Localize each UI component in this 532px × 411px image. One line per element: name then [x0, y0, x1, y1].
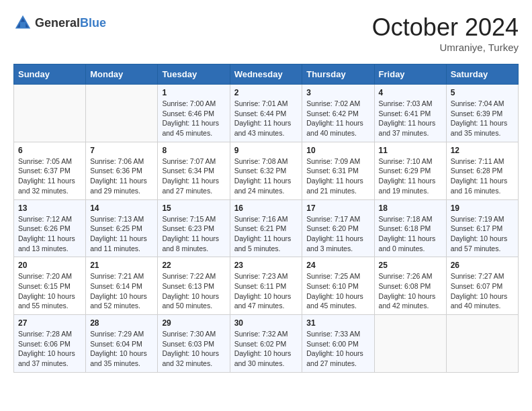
weekday-header: Thursday — [302, 64, 374, 85]
calendar-cell — [14, 85, 86, 142]
calendar-cell: 13Sunrise: 7:12 AMSunset: 6:26 PMDayligh… — [14, 199, 86, 257]
day-number: 29 — [162, 318, 225, 328]
calendar-cell: 9Sunrise: 7:08 AMSunset: 6:32 PMDaylight… — [230, 142, 302, 199]
day-info: Sunrise: 7:10 AMSunset: 6:29 PMDaylight:… — [379, 156, 442, 196]
day-number: 20 — [18, 261, 81, 270]
day-info: Sunrise: 7:19 AMSunset: 6:17 PMDaylight:… — [451, 214, 514, 254]
calendar-cell: 24Sunrise: 7:25 AMSunset: 6:10 PMDayligh… — [302, 257, 374, 315]
day-info: Sunrise: 7:29 AMSunset: 6:04 PMDaylight:… — [90, 329, 153, 369]
day-info: Sunrise: 7:26 AMSunset: 6:08 PMDaylight:… — [379, 271, 442, 311]
calendar-cell: 4Sunrise: 7:03 AMSunset: 6:41 PMDaylight… — [374, 85, 446, 142]
day-info: Sunrise: 7:30 AMSunset: 6:03 PMDaylight:… — [162, 329, 225, 369]
calendar-cell: 29Sunrise: 7:30 AMSunset: 6:03 PMDayligh… — [158, 315, 230, 373]
day-info: Sunrise: 7:16 AMSunset: 6:21 PMDaylight:… — [234, 214, 298, 254]
calendar-cell: 2Sunrise: 7:01 AMSunset: 6:44 PMDaylight… — [230, 85, 302, 142]
weekday-header: Friday — [374, 64, 446, 85]
day-number: 15 — [162, 203, 225, 213]
day-info: Sunrise: 7:22 AMSunset: 6:13 PMDaylight:… — [162, 271, 225, 311]
day-number: 10 — [306, 146, 369, 155]
day-info: Sunrise: 7:01 AMSunset: 6:44 PMDaylight:… — [234, 99, 298, 138]
day-number: 12 — [451, 146, 514, 155]
day-info: Sunrise: 7:15 AMSunset: 6:23 PMDaylight:… — [162, 214, 225, 254]
day-info: Sunrise: 7:32 AMSunset: 6:02 PMDaylight:… — [234, 329, 298, 369]
day-number: 17 — [306, 203, 369, 213]
calendar-cell — [86, 85, 158, 142]
calendar-cell: 31Sunrise: 7:33 AMSunset: 6:00 PMDayligh… — [302, 315, 374, 373]
weekday-header: Saturday — [446, 64, 518, 85]
day-info: Sunrise: 7:21 AMSunset: 6:14 PMDaylight:… — [90, 271, 153, 311]
calendar-cell: 30Sunrise: 7:32 AMSunset: 6:02 PMDayligh… — [230, 315, 302, 373]
day-number: 7 — [90, 146, 153, 155]
calendar-cell: 10Sunrise: 7:09 AMSunset: 6:31 PMDayligh… — [302, 142, 374, 199]
logo-general: General — [35, 16, 80, 30]
calendar-cell: 26Sunrise: 7:27 AMSunset: 6:07 PMDayligh… — [446, 257, 518, 315]
day-number: 25 — [379, 261, 442, 270]
day-number: 3 — [306, 88, 369, 97]
day-info: Sunrise: 7:25 AMSunset: 6:10 PMDaylight:… — [306, 271, 369, 311]
day-number: 24 — [306, 261, 369, 270]
calendar-cell: 5Sunrise: 7:04 AMSunset: 6:39 PMDaylight… — [446, 85, 518, 142]
calendar-cell: 14Sunrise: 7:13 AMSunset: 6:25 PMDayligh… — [86, 199, 158, 257]
day-info: Sunrise: 7:13 AMSunset: 6:25 PMDaylight:… — [90, 214, 153, 254]
day-number: 23 — [234, 261, 298, 270]
calendar-cell: 16Sunrise: 7:16 AMSunset: 6:21 PMDayligh… — [230, 199, 302, 257]
day-number: 14 — [90, 203, 153, 213]
calendar-cell: 15Sunrise: 7:15 AMSunset: 6:23 PMDayligh… — [158, 199, 230, 257]
day-number: 30 — [234, 318, 298, 328]
logo-blue: Blue — [80, 16, 106, 30]
weekday-header: Sunday — [14, 64, 86, 85]
day-number: 26 — [451, 261, 514, 270]
day-number: 6 — [18, 146, 81, 155]
calendar-cell: 23Sunrise: 7:23 AMSunset: 6:11 PMDayligh… — [230, 257, 302, 315]
day-info: Sunrise: 7:28 AMSunset: 6:06 PMDaylight:… — [18, 329, 81, 369]
calendar-week-row: 6Sunrise: 7:05 AMSunset: 6:37 PMDaylight… — [14, 142, 519, 199]
calendar-cell: 28Sunrise: 7:29 AMSunset: 6:04 PMDayligh… — [86, 315, 158, 373]
day-info: Sunrise: 7:17 AMSunset: 6:20 PMDaylight:… — [306, 214, 369, 254]
calendar-cell: 19Sunrise: 7:19 AMSunset: 6:17 PMDayligh… — [446, 199, 518, 257]
day-info: Sunrise: 7:18 AMSunset: 6:18 PMDaylight:… — [379, 214, 442, 254]
title-block: October 2024 Umraniye, Turkey — [372, 13, 519, 53]
calendar-cell: 12Sunrise: 7:11 AMSunset: 6:28 PMDayligh… — [446, 142, 518, 199]
day-info: Sunrise: 7:07 AMSunset: 6:34 PMDaylight:… — [162, 156, 225, 196]
logo-text: GeneralBlue — [35, 16, 106, 30]
day-number: 21 — [90, 261, 153, 270]
day-info: Sunrise: 7:33 AMSunset: 6:00 PMDaylight:… — [306, 329, 369, 369]
calendar-cell — [374, 315, 446, 373]
day-number: 2 — [234, 88, 298, 97]
calendar-cell: 17Sunrise: 7:17 AMSunset: 6:20 PMDayligh… — [302, 199, 374, 257]
day-info: Sunrise: 7:00 AMSunset: 6:46 PMDaylight:… — [162, 99, 225, 138]
day-info: Sunrise: 7:23 AMSunset: 6:11 PMDaylight:… — [234, 271, 298, 311]
calendar-cell: 7Sunrise: 7:06 AMSunset: 6:36 PMDaylight… — [86, 142, 158, 199]
logo: GeneralBlue — [13, 13, 106, 32]
calendar-cell: 3Sunrise: 7:02 AMSunset: 6:42 PMDaylight… — [302, 85, 374, 142]
location-title: Umraniye, Turkey — [372, 42, 519, 53]
calendar-week-row: 20Sunrise: 7:20 AMSunset: 6:15 PMDayligh… — [14, 257, 519, 315]
day-info: Sunrise: 7:27 AMSunset: 6:07 PMDaylight:… — [451, 271, 514, 311]
month-title: October 2024 — [372, 13, 519, 42]
calendar-cell — [446, 315, 518, 373]
calendar-week-row: 27Sunrise: 7:28 AMSunset: 6:06 PMDayligh… — [14, 315, 519, 373]
day-number: 11 — [379, 146, 442, 155]
calendar-cell: 6Sunrise: 7:05 AMSunset: 6:37 PMDaylight… — [14, 142, 86, 199]
day-info: Sunrise: 7:02 AMSunset: 6:42 PMDaylight:… — [306, 99, 369, 138]
day-number: 16 — [234, 203, 298, 213]
day-number: 27 — [18, 318, 81, 328]
page-header: GeneralBlue October 2024 Umraniye, Turke… — [13, 13, 519, 53]
day-number: 9 — [234, 146, 298, 155]
day-info: Sunrise: 7:12 AMSunset: 6:26 PMDaylight:… — [18, 214, 81, 254]
calendar-cell: 18Sunrise: 7:18 AMSunset: 6:18 PMDayligh… — [374, 199, 446, 257]
day-info: Sunrise: 7:20 AMSunset: 6:15 PMDaylight:… — [18, 271, 81, 311]
day-number: 28 — [90, 318, 153, 328]
svg-rect-2 — [20, 22, 26, 28]
calendar-cell: 27Sunrise: 7:28 AMSunset: 6:06 PMDayligh… — [14, 315, 86, 373]
day-number: 4 — [379, 88, 442, 97]
day-info: Sunrise: 7:09 AMSunset: 6:31 PMDaylight:… — [306, 156, 369, 196]
logo-icon — [13, 13, 32, 32]
calendar-cell: 25Sunrise: 7:26 AMSunset: 6:08 PMDayligh… — [374, 257, 446, 315]
calendar-table: SundayMondayTuesdayWednesdayThursdayFrid… — [13, 64, 519, 373]
day-number: 5 — [451, 88, 514, 97]
calendar-cell: 20Sunrise: 7:20 AMSunset: 6:15 PMDayligh… — [14, 257, 86, 315]
calendar-cell: 22Sunrise: 7:22 AMSunset: 6:13 PMDayligh… — [158, 257, 230, 315]
day-number: 1 — [162, 88, 225, 97]
calendar-cell: 8Sunrise: 7:07 AMSunset: 6:34 PMDaylight… — [158, 142, 230, 199]
